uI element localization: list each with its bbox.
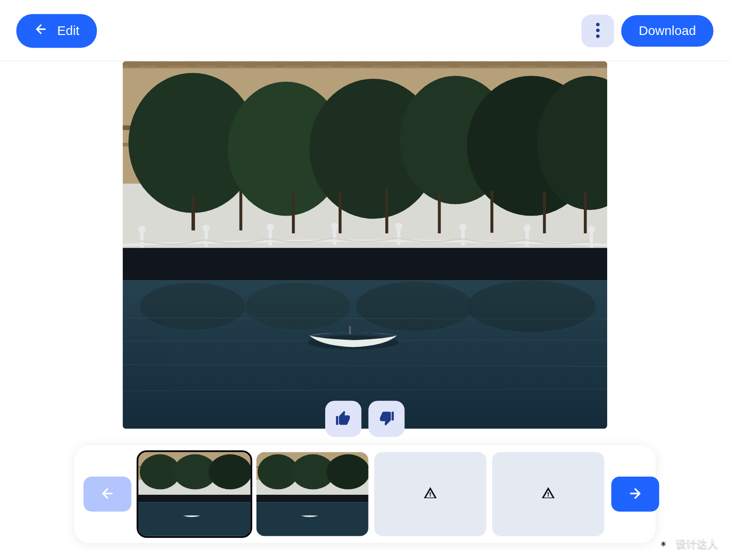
svg-point-54 (524, 225, 531, 232)
download-button-label: Download (639, 23, 696, 38)
svg-rect-6 (128, 61, 139, 67)
svg-rect-22 (596, 61, 606, 67)
edit-button[interactable]: Edit (16, 14, 97, 48)
thumbnail-3[interactable] (374, 452, 486, 536)
svg-point-52 (459, 223, 466, 230)
svg-rect-83 (256, 495, 368, 502)
svg-point-59 (140, 283, 245, 330)
svg-rect-40 (584, 193, 587, 234)
svg-point-48 (331, 223, 338, 230)
svg-rect-39 (543, 193, 546, 234)
arrow-left-icon (100, 486, 115, 503)
more-options-button[interactable] (582, 15, 615, 48)
svg-rect-18 (479, 61, 489, 67)
svg-point-44 (202, 225, 209, 232)
thumbnail-list (138, 452, 604, 536)
warning-icon (541, 486, 555, 503)
filmstrip-prev-button[interactable] (83, 477, 131, 512)
watermark-text: 设计达人 (676, 537, 718, 550)
svg-point-82 (327, 454, 368, 489)
svg-rect-35 (339, 193, 342, 234)
filmstrip (74, 445, 656, 543)
arrow-right-icon (628, 486, 643, 503)
svg-point-60 (245, 283, 350, 330)
filmstrip-next-button[interactable] (611, 477, 659, 512)
svg-rect-10 (245, 61, 256, 67)
thumbs-down-icon (378, 409, 395, 429)
edit-button-label: Edit (57, 23, 79, 38)
svg-rect-55 (590, 232, 593, 248)
thumbs-down-button[interactable] (368, 401, 405, 437)
svg-rect-32 (192, 195, 195, 230)
svg-rect-57 (123, 248, 608, 280)
svg-rect-20 (537, 61, 548, 67)
feedback-buttons (325, 401, 405, 437)
svg-rect-68 (349, 326, 351, 334)
svg-point-62 (467, 280, 596, 332)
svg-point-74 (208, 454, 250, 489)
arrow-left-icon (34, 22, 48, 40)
warning-icon (423, 486, 437, 503)
svg-rect-9 (216, 61, 227, 67)
svg-rect-37 (438, 193, 441, 234)
svg-rect-38 (490, 191, 493, 232)
svg-rect-53 (525, 230, 529, 247)
watermark: ✶ 设计达人 (656, 536, 718, 551)
svg-rect-49 (397, 229, 400, 245)
header-left: Edit (16, 14, 97, 48)
svg-point-46 (267, 223, 274, 230)
svg-rect-17 (450, 61, 460, 67)
svg-rect-36 (385, 190, 388, 233)
wechat-icon: ✶ (656, 536, 671, 551)
svg-rect-7 (158, 61, 168, 67)
svg-rect-21 (567, 61, 577, 67)
svg-rect-41 (140, 232, 144, 248)
thumbnail-2[interactable] (256, 452, 368, 536)
header: Edit Download (0, 0, 730, 61)
svg-point-50 (395, 223, 402, 230)
header-right: Download (582, 15, 714, 48)
svg-rect-84 (256, 502, 368, 536)
svg-point-0 (596, 22, 600, 26)
svg-rect-33 (240, 190, 243, 231)
svg-rect-75 (138, 495, 250, 502)
svg-rect-19 (508, 61, 519, 67)
svg-rect-43 (205, 230, 208, 247)
svg-rect-15 (391, 61, 402, 67)
svg-point-2 (596, 34, 600, 38)
preview-area (0, 61, 730, 429)
svg-point-56 (588, 226, 595, 232)
download-button[interactable]: Download (621, 15, 714, 47)
svg-rect-8 (187, 61, 197, 67)
svg-rect-14 (362, 61, 372, 67)
svg-rect-34 (292, 193, 295, 234)
svg-rect-16 (420, 61, 431, 67)
main-image (123, 61, 608, 429)
svg-rect-51 (461, 229, 465, 246)
svg-point-61 (356, 282, 473, 331)
svg-rect-12 (304, 61, 314, 67)
svg-point-1 (596, 28, 600, 32)
thumbs-up-icon (335, 409, 352, 429)
svg-point-42 (138, 226, 145, 232)
svg-rect-45 (269, 229, 272, 246)
thumbnail-4[interactable] (492, 452, 604, 536)
svg-rect-11 (275, 61, 285, 67)
thumbnail-1[interactable] (138, 452, 250, 536)
thumbs-up-button[interactable] (325, 401, 362, 437)
svg-rect-47 (333, 229, 336, 245)
svg-rect-13 (333, 61, 343, 67)
more-vertical-icon (591, 21, 605, 41)
svg-rect-76 (138, 502, 250, 536)
